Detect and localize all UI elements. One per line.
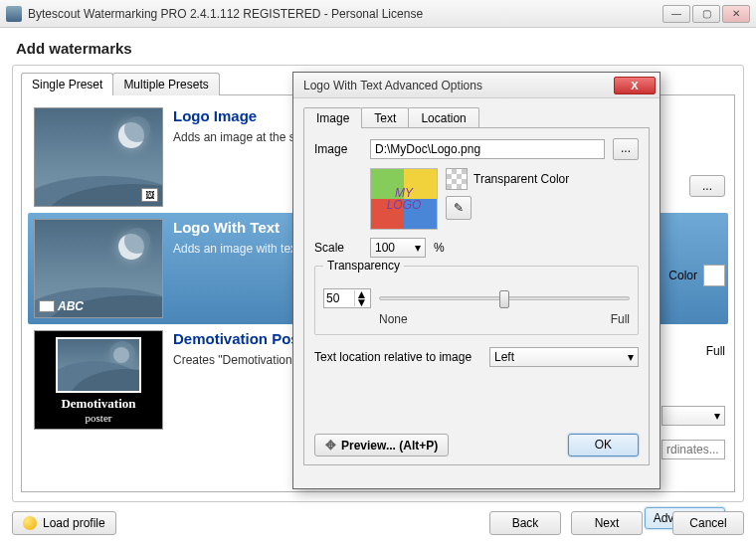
minimize-button[interactable]: — [662,5,690,23]
dialog-title: Logo With Text Advanced Options [303,79,614,92]
dialog-tab-location[interactable]: Location [408,107,478,128]
next-button[interactable]: Next [571,511,643,535]
slider-none-label: None [379,312,408,326]
coordinates-input[interactable] [662,440,725,459]
dialog-tab-image[interactable]: Image [303,107,362,128]
advanced-options-dialog: Logo With Text Advanced Options X Image … [292,72,661,489]
abc-badge-icon: ABC [39,299,84,313]
image-badge-icon: 🖼 [141,188,158,202]
slider-full-label: Full [611,312,630,326]
slider-full-label: Full [706,344,725,358]
scale-suffix: % [434,241,445,255]
browse-button[interactable]: ... [689,175,725,197]
chevron-down-icon: ▾ [714,409,720,423]
image-path-input[interactable] [370,139,605,159]
ok-button[interactable]: OK [568,434,639,456]
transparency-group: Transparency ▲▼ None Full [314,266,639,335]
transparency-label: Transparency [323,259,404,273]
transparency-slider[interactable] [379,296,630,300]
eyedropper-icon: ✎ [454,201,464,215]
dialog-close-button[interactable]: X [614,77,656,94]
disk-icon [23,516,37,530]
preset-thumb: 🖼 [34,107,163,207]
tab-multiple-presets[interactable]: Multiple Presets [112,73,219,95]
dropdown-fragment[interactable]: ▾ [662,406,725,426]
chevron-down-icon: ▾ [628,350,634,364]
window-title: Bytescout Watermarking PRO 2.4.1.112 REG… [28,7,662,21]
spin-down-icon[interactable]: ▼ [355,298,368,306]
preset-thumb: ABC [34,219,163,318]
eyedropper-button[interactable]: ✎ [446,196,472,220]
dialog-tab-text[interactable]: Text [361,107,409,128]
back-button[interactable]: Back [489,511,561,535]
app-icon [6,6,22,22]
preset-thumb: Demotivation poster [34,330,163,430]
chevron-down-icon: ▾ [415,241,421,255]
slider-thumb[interactable] [499,290,509,308]
close-button[interactable]: ✕ [722,5,750,23]
maximize-button[interactable]: ▢ [692,5,720,23]
scale-combo[interactable]: 100 ▾ [370,238,426,258]
image-path-label: Image [314,142,362,156]
transparency-spinner[interactable]: ▲▼ [323,288,371,308]
text-location-label: Text location relative to image [314,350,481,364]
scale-label: Scale [314,241,362,255]
color-swatch[interactable] [703,265,725,286]
transparent-color-label: Transparent Color [473,172,569,186]
text-location-combo[interactable]: Left ▾ [489,347,639,367]
browse-image-button[interactable]: ... [613,138,639,160]
tab-single-preset[interactable]: Single Preset [21,73,113,95]
move-icon: ✥ [325,438,336,453]
page-title: Add watermarks [16,40,744,57]
preview-button[interactable]: ✥ Preview... (Alt+P) [314,434,449,456]
cancel-button[interactable]: Cancel [672,511,744,535]
color-label: Color [668,269,697,282]
dialog-titlebar: Logo With Text Advanced Options X [293,73,660,98]
right-panel-fragment: ... Color Full ▾ Advanced... [656,175,725,529]
transparent-color-swatch[interactable] [446,168,468,190]
load-profile-button[interactable]: Load profile [12,511,116,535]
logo-preview: MYLOGO [370,168,438,230]
window-titlebar: Bytescout Watermarking PRO 2.4.1.112 REG… [0,0,756,28]
